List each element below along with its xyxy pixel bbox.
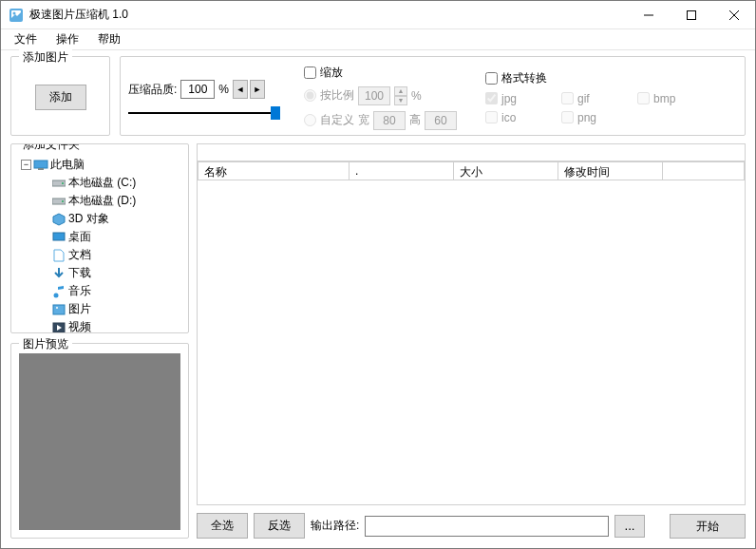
menubar: 文件 操作 帮助 xyxy=(1,29,755,50)
svg-rect-13 xyxy=(53,233,65,240)
tree-3d-objects[interactable]: 3D 对象 xyxy=(21,210,179,228)
scale-group: 缩放 按比例 ▲ ▼ % 自定义 xyxy=(304,65,457,130)
scale-ratio-up[interactable]: ▲ xyxy=(394,86,407,96)
desktop-icon xyxy=(51,231,66,244)
format-bmp-label: bmp xyxy=(653,92,675,105)
window-title: 极速图片压缩机 1.0 xyxy=(29,7,627,23)
menu-operation[interactable]: 操作 xyxy=(47,28,88,50)
menu-help[interactable]: 帮助 xyxy=(88,28,130,50)
file-list: 名称 . 大小 修改时间 xyxy=(197,143,746,505)
quality-down-button[interactable]: ◄ xyxy=(233,80,248,99)
quality-slider-thumb[interactable] xyxy=(271,106,280,120)
scale-width-label: 宽 xyxy=(358,112,369,128)
preview-canvas xyxy=(19,353,180,530)
scale-width-input[interactable] xyxy=(373,111,406,130)
settings-group: 压缩品质: % ◄ ► xyxy=(120,56,746,136)
table-header: 名称 . 大小 修改时间 xyxy=(198,161,745,180)
quality-slider[interactable] xyxy=(128,112,275,114)
tree-videos[interactable]: 视频 xyxy=(21,318,179,333)
app-window: 极速图片压缩机 1.0 文件 操作 帮助 添加图片 添加 xyxy=(0,0,756,549)
format-ico-label: ico xyxy=(501,111,516,124)
menu-file[interactable]: 文件 xyxy=(5,28,47,50)
scale-enable-checkbox[interactable] xyxy=(304,66,316,79)
picture-icon xyxy=(51,303,66,316)
quality-unit: % xyxy=(218,83,229,96)
output-path-input[interactable] xyxy=(365,516,609,537)
scale-enable-label: 缩放 xyxy=(320,65,343,81)
scale-height-input[interactable] xyxy=(425,111,457,130)
invert-selection-button[interactable]: 反选 xyxy=(254,513,305,539)
format-ico-checkbox[interactable] xyxy=(485,111,498,123)
tree-downloads[interactable]: 下载 xyxy=(21,264,179,282)
tree-music[interactable]: 音乐 xyxy=(21,282,179,300)
tree-this-pc[interactable]: − 此电脑 xyxy=(21,156,179,174)
col-size[interactable]: 大小 xyxy=(454,161,558,180)
minimize-icon xyxy=(644,10,653,20)
folder-legend: 添加文件夹 xyxy=(19,143,84,153)
quality-label: 压缩品质: xyxy=(128,82,177,98)
table-body[interactable] xyxy=(198,180,745,504)
scale-ratio-down[interactable]: ▼ xyxy=(394,96,407,105)
add-image-group: 添加图片 添加 xyxy=(10,56,110,136)
titlebar: 极速图片压缩机 1.0 xyxy=(1,1,755,29)
browse-button[interactable]: ... xyxy=(614,515,645,538)
scale-ratio-input[interactable] xyxy=(358,86,390,105)
svg-point-12 xyxy=(62,200,64,202)
close-icon xyxy=(729,10,739,20)
quality-up-button[interactable]: ► xyxy=(250,80,265,99)
maximize-button[interactable] xyxy=(670,1,712,29)
format-gif-label: gif xyxy=(577,92,590,105)
svg-rect-7 xyxy=(34,161,47,168)
computer-icon xyxy=(33,159,48,172)
close-button[interactable] xyxy=(712,1,755,29)
format-group: 格式转换 jpg gif bmp ico png xyxy=(485,70,737,124)
tree-documents[interactable]: 文档 xyxy=(21,246,179,264)
format-jpg-label: jpg xyxy=(501,92,517,105)
tree-collapse-icon[interactable]: − xyxy=(21,160,31,170)
maximize-icon xyxy=(687,10,696,20)
quality-group: 压缩品质: % ◄ ► xyxy=(128,80,275,114)
tree-desktop[interactable]: 桌面 xyxy=(21,228,179,246)
scale-height-label: 高 xyxy=(409,112,421,128)
select-all-button[interactable]: 全选 xyxy=(197,513,248,539)
col-extra[interactable] xyxy=(663,161,745,180)
svg-rect-15 xyxy=(53,305,65,314)
svg-point-10 xyxy=(62,182,64,184)
format-jpg-checkbox[interactable] xyxy=(485,92,498,104)
scale-ratio-radio[interactable] xyxy=(304,89,316,102)
app-icon xyxy=(9,8,24,23)
bottom-controls: 全选 反选 输出路径: ... 开始 xyxy=(197,505,746,539)
folder-tree[interactable]: − 此电脑 本地磁盘 (C:) 本地磁盘 (D:) xyxy=(19,154,180,333)
format-gif-checkbox[interactable] xyxy=(561,92,574,104)
scale-ratio-unit: % xyxy=(411,89,422,103)
output-path-label: 输出路径: xyxy=(311,518,359,534)
start-button[interactable]: 开始 xyxy=(670,514,746,539)
svg-rect-4 xyxy=(687,10,695,19)
col-name[interactable]: 名称 xyxy=(198,161,350,180)
svg-rect-8 xyxy=(38,168,44,170)
video-icon xyxy=(51,321,66,334)
tree-drive-d[interactable]: 本地磁盘 (D:) xyxy=(21,192,179,210)
preview-legend: 图片预览 xyxy=(19,336,72,352)
ruler xyxy=(198,144,745,161)
add-image-legend: 添加图片 xyxy=(19,49,72,66)
scale-custom-radio[interactable] xyxy=(304,114,316,126)
preview-group: 图片预览 xyxy=(10,343,189,539)
scale-ratio-label: 按比例 xyxy=(320,87,354,104)
cube-icon xyxy=(51,213,66,226)
drive-icon xyxy=(51,195,66,208)
format-png-checkbox[interactable] xyxy=(561,111,574,123)
format-enable-checkbox[interactable] xyxy=(485,72,498,85)
drive-icon xyxy=(51,177,66,190)
scale-custom-label: 自定义 xyxy=(320,112,354,128)
quality-input[interactable] xyxy=(180,80,215,99)
minimize-button[interactable] xyxy=(627,1,670,29)
document-icon xyxy=(51,249,66,262)
col-modified[interactable]: 修改时间 xyxy=(558,161,663,180)
format-bmp-checkbox[interactable] xyxy=(637,92,650,104)
add-button[interactable]: 添加 xyxy=(35,85,86,110)
tree-pictures[interactable]: 图片 xyxy=(21,300,179,318)
format-enable-label: 格式转换 xyxy=(501,70,547,86)
col-ext[interactable]: . xyxy=(350,161,454,180)
tree-drive-c[interactable]: 本地磁盘 (C:) xyxy=(21,174,179,192)
